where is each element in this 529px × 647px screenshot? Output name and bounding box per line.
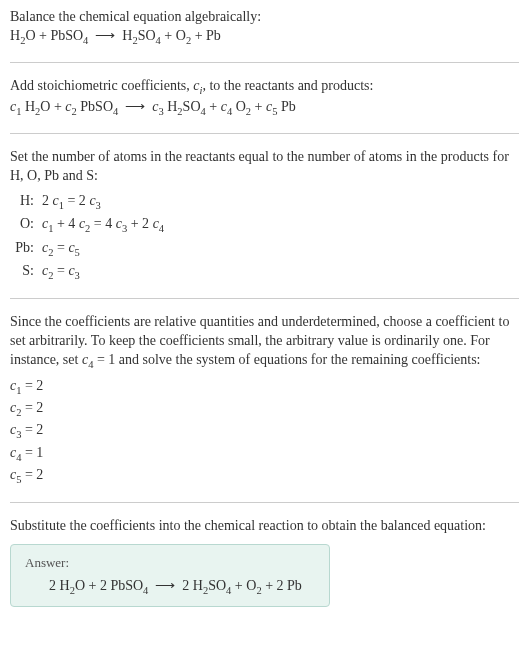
coef-row: c2 = 2 bbox=[10, 398, 519, 420]
unbalanced-equation: H2O + PbSO4 ⟶ H2SO4 + O2 + Pb bbox=[10, 27, 519, 48]
coef-row: c1 = 2 bbox=[10, 376, 519, 398]
atom-label: O: bbox=[14, 213, 42, 237]
atom-row: O: c1 + 4 c2 = 4 c3 + 2 c4 bbox=[14, 213, 519, 237]
divider bbox=[10, 133, 519, 134]
answer-section: Substitute the coefficients into the che… bbox=[10, 517, 519, 607]
title-text: Balance the chemical equation algebraica… bbox=[10, 8, 519, 27]
atom-row: S: c2 = c3 bbox=[14, 260, 519, 284]
stoich-section: Add stoichiometric coefficients, ci, to … bbox=[10, 77, 519, 119]
atom-label: Pb: bbox=[14, 237, 42, 261]
stoich-equation: c1 H2O + c2 PbSO4 ⟶ c3 H2SO4 + c4 O2 + c… bbox=[10, 98, 519, 119]
atom-label: H: bbox=[14, 190, 42, 214]
atom-row: H: 2 c1 = 2 c3 bbox=[14, 190, 519, 214]
divider bbox=[10, 62, 519, 63]
underdetermined-text: Since the coefficients are relative quan… bbox=[10, 313, 519, 372]
atom-balance-section: Set the number of atoms in the reactants… bbox=[10, 148, 519, 284]
balanced-equation: 2 H2O + 2 PbSO4 ⟶ 2 H2SO4 + O2 + 2 Pb bbox=[25, 577, 315, 596]
atom-equation: 2 c1 = 2 c3 bbox=[42, 190, 519, 214]
answer-box: Answer: 2 H2O + 2 PbSO4 ⟶ 2 H2SO4 + O2 +… bbox=[10, 544, 330, 607]
atom-balance-table: H: 2 c1 = 2 c3 O: c1 + 4 c2 = 4 c3 + 2 c… bbox=[14, 190, 519, 284]
problem-statement: Balance the chemical equation algebraica… bbox=[10, 8, 519, 48]
divider bbox=[10, 298, 519, 299]
coef-row: c3 = 2 bbox=[10, 420, 519, 442]
atom-row: Pb: c2 = c5 bbox=[14, 237, 519, 261]
answer-label: Answer: bbox=[25, 555, 315, 571]
atom-equation: c2 = c3 bbox=[42, 260, 519, 284]
coef-row: c5 = 2 bbox=[10, 465, 519, 487]
stoich-intro: Add stoichiometric coefficients, ci, to … bbox=[10, 77, 519, 98]
substitute-text: Substitute the coefficients into the che… bbox=[10, 517, 519, 536]
coefficient-results: c1 = 2 c2 = 2 c3 = 2 c4 = 1 c5 = 2 bbox=[10, 376, 519, 488]
solve-section: Since the coefficients are relative quan… bbox=[10, 313, 519, 488]
divider bbox=[10, 502, 519, 503]
atom-label: S: bbox=[14, 260, 42, 284]
atoms-intro: Set the number of atoms in the reactants… bbox=[10, 148, 519, 186]
atom-equation: c2 = c5 bbox=[42, 237, 519, 261]
atom-equation: c1 + 4 c2 = 4 c3 + 2 c4 bbox=[42, 213, 519, 237]
coef-row: c4 = 1 bbox=[10, 443, 519, 465]
